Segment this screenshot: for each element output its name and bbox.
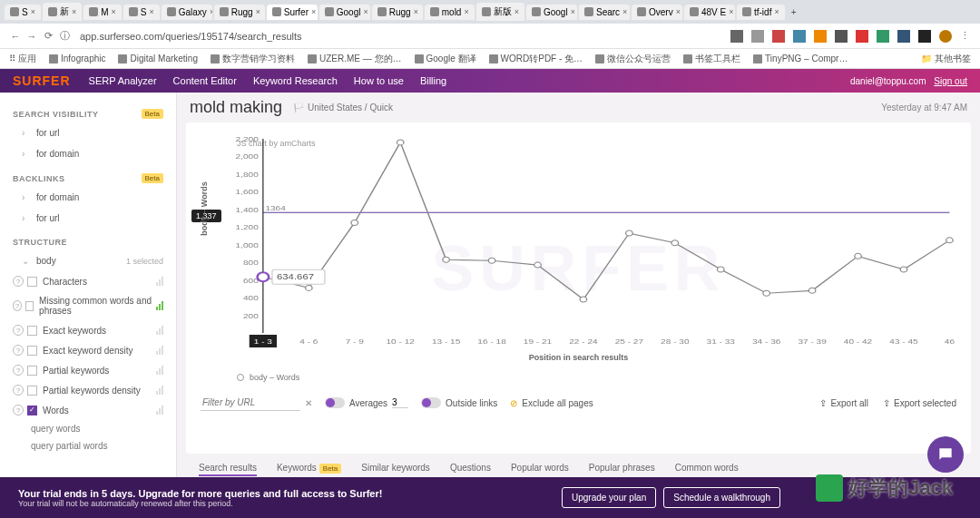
close-icon[interactable]: × xyxy=(729,7,733,16)
browser-tab[interactable]: Googl× xyxy=(526,5,577,20)
nav-item[interactable]: SERP Analyzer xyxy=(89,75,157,86)
ext-icon[interactable] xyxy=(751,30,764,43)
bookmark-item[interactable]: 微信公众号运营 xyxy=(595,53,671,65)
browser-tab[interactable]: Galaxy× xyxy=(162,5,212,20)
help-icon[interactable]: ? xyxy=(13,365,24,376)
close-icon[interactable]: × xyxy=(774,7,779,16)
info-icon[interactable]: ⓘ xyxy=(56,29,73,43)
browser-tab[interactable]: mold× xyxy=(425,5,475,20)
help-icon[interactable]: ? xyxy=(13,405,24,415)
signout-link[interactable]: Sign out xyxy=(934,76,967,86)
help-icon[interactable]: ? xyxy=(13,325,24,336)
close-icon[interactable]: × xyxy=(311,7,316,16)
url-text[interactable]: app.surferseo.com/queries/195174/search_… xyxy=(80,31,730,42)
close-icon[interactable]: × xyxy=(149,7,153,16)
checkbox[interactable] xyxy=(27,366,37,376)
struct-item[interactable]: ?Partial keywords xyxy=(0,360,176,380)
close-icon[interactable]: × xyxy=(210,7,212,16)
menu-icon[interactable]: ⋮ xyxy=(960,30,973,43)
result-tab[interactable]: Popular phrases xyxy=(589,463,655,476)
browser-tab[interactable]: 新版× xyxy=(476,3,524,21)
browser-tab[interactable]: Rugg× xyxy=(372,5,423,20)
close-icon[interactable]: × xyxy=(31,7,35,16)
close-icon[interactable]: × xyxy=(72,7,76,16)
ext-icon[interactable] xyxy=(835,30,848,43)
close-icon[interactable]: × xyxy=(676,7,681,16)
browser-tab[interactable]: Surfer× xyxy=(267,5,318,20)
ext-icon[interactable] xyxy=(793,30,806,43)
browser-tab[interactable]: tf-idf× xyxy=(737,5,785,20)
close-icon[interactable]: × xyxy=(622,7,627,16)
browser-tab[interactable]: M× xyxy=(83,5,122,20)
browser-tab[interactable]: Searc× xyxy=(579,5,630,20)
apps-button[interactable]: ⠿ 应用 xyxy=(9,53,36,65)
bookmark-item[interactable]: Infographic xyxy=(49,54,105,64)
result-tab[interactable]: Common words xyxy=(675,463,739,476)
browser-tab[interactable]: 48V E× xyxy=(684,5,735,20)
back-icon[interactable]: ← xyxy=(7,31,24,42)
checkbox[interactable] xyxy=(27,326,37,336)
checkbox[interactable] xyxy=(25,301,34,311)
upgrade-button[interactable]: Upgrade your plan xyxy=(562,487,656,508)
sidebar-item-for-domain[interactable]: ›for domain xyxy=(0,143,176,164)
sidebar-item-for-url[interactable]: ›for url xyxy=(0,208,176,229)
ext-icon[interactable] xyxy=(939,30,952,43)
ext-icon[interactable] xyxy=(814,30,827,43)
bookmark-item[interactable]: 书签工具栏 xyxy=(683,53,740,65)
result-tab[interactable]: Questions xyxy=(450,463,491,476)
export-selected-button[interactable]: ⇪ Export selected xyxy=(883,398,956,408)
new-tab-button[interactable]: + xyxy=(786,7,802,17)
help-icon[interactable]: ? xyxy=(13,345,24,356)
export-all-button[interactable]: ⇪ Export all xyxy=(819,398,868,408)
averages-input[interactable] xyxy=(392,397,408,408)
bookmark-item[interactable]: UZER.ME — 您的… xyxy=(308,53,402,65)
ext-icon[interactable] xyxy=(730,30,743,43)
bookmark-item[interactable]: Google 翻译 xyxy=(415,53,476,65)
locale-selector[interactable]: 🏳️ United States / Quick xyxy=(293,103,393,112)
struct-item[interactable]: ?Words xyxy=(0,400,176,420)
help-icon[interactable]: ? xyxy=(13,276,24,287)
other-bookmarks[interactable]: 📁 其他书签 xyxy=(921,53,971,65)
sub-item-query-words[interactable]: query words xyxy=(0,420,176,437)
sidebar-item-body[interactable]: ⌄ body 1 selected xyxy=(0,250,176,271)
close-icon[interactable]: × xyxy=(571,7,575,16)
nav-item[interactable]: Billing xyxy=(420,75,446,86)
nav-item[interactable]: Keyword Research xyxy=(253,75,338,86)
checkbox[interactable] xyxy=(27,277,37,287)
close-icon[interactable]: × xyxy=(256,7,260,16)
browser-tab[interactable]: 新× xyxy=(43,3,82,21)
sub-item-query-partial[interactable]: query partial words xyxy=(0,437,176,454)
browser-tab[interactable]: Googl× xyxy=(319,5,370,20)
close-icon[interactable]: × xyxy=(363,7,368,16)
browser-tab[interactable]: S× xyxy=(123,5,160,20)
ext-icon[interactable] xyxy=(772,30,785,43)
outside-toggle[interactable] xyxy=(421,397,441,408)
chat-launcher[interactable] xyxy=(927,436,964,473)
schedule-button[interactable]: Schedule a walkthrough xyxy=(663,487,780,508)
checkbox[interactable] xyxy=(27,386,37,396)
checkbox[interactable] xyxy=(27,406,37,415)
close-icon[interactable]: × xyxy=(464,7,468,16)
help-icon[interactable]: ? xyxy=(13,300,22,311)
struct-item[interactable]: ?Exact keywords xyxy=(0,320,176,340)
bookmark-item[interactable]: Digital Marketing xyxy=(118,54,197,64)
reload-icon[interactable]: ⟳ xyxy=(40,30,56,42)
ext-icon[interactable] xyxy=(897,30,910,43)
bookmark-item[interactable]: WORD转PDF - 免… xyxy=(489,53,583,65)
app-logo[interactable]: SURFER xyxy=(13,73,71,88)
filter-url-input[interactable] xyxy=(201,395,300,411)
browser-tab[interactable]: Overv× xyxy=(632,5,682,20)
struct-item[interactable]: ?Missing common words and phrases xyxy=(0,291,176,320)
struct-item[interactable]: ?Partial keywords density xyxy=(0,380,176,400)
bookmark-item[interactable]: 数字营销学习资料 xyxy=(211,53,295,65)
browser-tab[interactable]: Rugg× xyxy=(214,5,265,20)
close-icon[interactable]: × xyxy=(112,7,116,16)
forward-icon[interactable]: → xyxy=(24,31,40,42)
ext-icon[interactable] xyxy=(856,30,868,43)
result-tab[interactable]: KeywordsBeta xyxy=(277,463,341,476)
nav-item[interactable]: Content Editor xyxy=(173,75,237,86)
ext-icon[interactable] xyxy=(877,30,889,43)
checkbox[interactable] xyxy=(27,346,37,356)
struct-item[interactable]: ?Exact keyword density xyxy=(0,340,176,360)
result-tab[interactable]: Similar keywords xyxy=(361,463,430,476)
